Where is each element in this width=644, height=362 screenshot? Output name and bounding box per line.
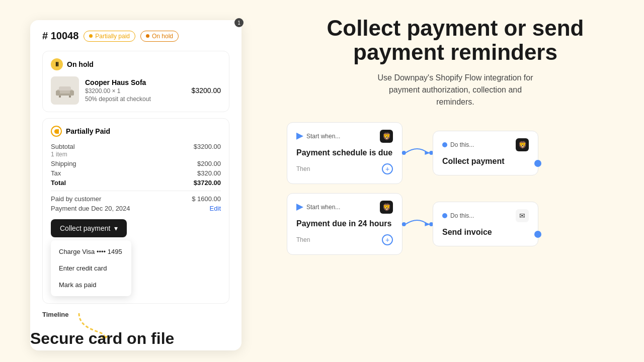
partial-paid-section: Partially Paid Subtotal 1 item $3200.00 …	[42, 118, 229, 304]
collect-payment-dropdown: Charge Visa •••• 1495 Enter credit card …	[51, 240, 131, 296]
flow-trigger-card-2: Start when... 🦁 Payment due in 24 hours …	[287, 193, 403, 255]
flow-card-header-2: Start when... 🦁	[296, 201, 393, 214]
badge-on-hold: On hold	[140, 31, 179, 42]
flow-row-2: Start when... 🦁 Payment due in 24 hours …	[287, 193, 624, 255]
do-this-label-1: Do this...	[442, 141, 474, 148]
divider	[51, 191, 221, 191]
flow-trigger-title-1: Payment schedule is due	[296, 148, 393, 157]
product-detail-deposit: 50% deposit at checkout	[85, 96, 186, 103]
tax-row: Tax $320.00	[51, 169, 221, 177]
flow-card-footer-1: Then +	[296, 163, 393, 174]
total-value: $3720.00	[194, 179, 221, 187]
flow-connector-1	[403, 143, 433, 163]
svg-rect-6	[59, 86, 71, 90]
svg-rect-5	[69, 96, 71, 98]
partial-paid-icon	[51, 126, 62, 137]
product-detail-qty: $3200.00 × 1	[85, 87, 186, 95]
timeline-label: Timeline	[42, 311, 69, 318]
flow-card-header-1: Start when... 🦁	[296, 130, 393, 143]
add-step-button-2[interactable]: +	[382, 234, 393, 245]
svg-rect-4	[59, 96, 61, 98]
end-dot-1	[534, 160, 541, 167]
payment-due-row: Payment due Dec 20, 2024 Edit	[51, 205, 221, 212]
connector-arrow-svg-2	[397, 214, 438, 234]
product-name: Cooper Haus Sofa	[85, 78, 186, 86]
tax-label: Tax	[51, 169, 61, 177]
flow-diagrams: Start when... 🦁 Payment schedule is due …	[287, 122, 624, 255]
app-icon-2: 🦁	[380, 201, 393, 214]
on-hold-section: ⏸ On hold 1 Cooper	[42, 51, 229, 112]
product-info: Cooper Haus Sofa $3200.00 × 1 50% deposi…	[85, 78, 186, 103]
secure-card-text: Secure card on file	[30, 329, 174, 348]
paid-by-customer-row: Paid by customer $ 1600.00	[51, 195, 221, 203]
action-app-icon-1: 🦁	[516, 138, 529, 151]
do-this-dot-1	[442, 142, 447, 147]
end-dot-2	[534, 231, 541, 238]
tax-value: $320.00	[197, 169, 221, 177]
do-this-label-2: Do this...	[442, 212, 474, 219]
add-step-button-1[interactable]: +	[382, 163, 393, 174]
partial-half-circle	[54, 129, 59, 134]
charge-visa-option[interactable]: Charge Visa •••• 1495	[51, 243, 131, 260]
total-label: Total	[51, 179, 66, 187]
on-hold-icon: ⏸	[51, 58, 63, 70]
shipping-row: Shipping $200.00	[51, 160, 221, 167]
subtotal-value: $3200.00	[194, 143, 221, 158]
edit-link[interactable]: Edit	[210, 205, 221, 212]
order-number: # 10048	[42, 30, 78, 42]
payment-due-label: Payment due Dec 20, 2024	[51, 205, 130, 212]
subtotal-label: Subtotal 1 item	[51, 143, 75, 158]
paid-label: Paid by customer	[51, 195, 101, 203]
flow-trigger-card-1: Start when... 🦁 Payment schedule is due …	[287, 122, 403, 184]
flow-row-1: Start when... 🦁 Payment schedule is due …	[287, 122, 624, 184]
connector-arrow-svg-1	[397, 143, 438, 163]
flow-action-card-1: Do this... 🦁 Collect payment	[433, 131, 538, 175]
svg-point-11	[402, 222, 406, 226]
flow-action-header-2: Do this... ✉	[442, 209, 529, 222]
action-app-icon-2: ✉	[516, 209, 529, 222]
order-card: # 10048 Partially paid On hold ⏸ On hold	[30, 20, 242, 350]
on-hold-dot	[146, 34, 149, 38]
left-panel: # 10048 Partially paid On hold ⏸ On hold	[0, 0, 272, 362]
partially-paid-dot	[89, 34, 93, 38]
on-hold-title: ⏸ On hold	[51, 58, 221, 70]
shipping-label: Shipping	[51, 160, 76, 167]
do-this-dot-2	[442, 213, 447, 218]
shipping-value: $200.00	[197, 160, 221, 167]
svg-rect-3	[58, 94, 72, 96]
chevron-down-icon: ▾	[114, 224, 118, 232]
order-header: # 10048 Partially paid On hold	[42, 30, 229, 42]
flow-connector-2	[403, 214, 433, 234]
product-price: $3200.00	[192, 86, 221, 95]
trigger-play-icon-1	[296, 133, 303, 140]
product-quantity-badge: 1	[234, 18, 244, 27]
partial-paid-title: Partially Paid	[51, 126, 221, 137]
main-subheadline: Use Downpay's Shopify Flow integration f…	[287, 72, 624, 108]
flow-action-title-1: Collect payment	[442, 156, 529, 166]
sofa-icon	[55, 82, 75, 99]
total-row: Total $3720.00	[51, 179, 221, 187]
enter-credit-card-option[interactable]: Enter credit card	[51, 260, 131, 277]
flow-action-title-2: Send invoice	[442, 227, 529, 237]
app-icon-1: 🦁	[380, 130, 393, 143]
product-row: 1 Cooper Haus Sofa $3200.00 × 1 50% depo…	[51, 76, 221, 105]
main-headline: Collect payment or send payment reminder…	[287, 16, 624, 65]
paid-value: $ 1600.00	[192, 195, 221, 203]
then-label-1: Then	[296, 165, 310, 172]
right-panel: Collect payment or send payment reminder…	[272, 0, 644, 362]
flow-card-footer-2: Then +	[296, 234, 393, 245]
start-when-label-2: Start when...	[296, 204, 340, 211]
trigger-play-icon-2	[296, 204, 303, 211]
badge-partially-paid: Partially paid	[84, 31, 135, 42]
start-when-label-1: Start when...	[296, 133, 340, 140]
flow-action-header-1: Do this... 🦁	[442, 138, 529, 151]
collect-payment-button[interactable]: Collect payment ▾	[51, 219, 127, 237]
product-image: 1	[51, 76, 79, 105]
then-label-2: Then	[296, 236, 310, 243]
flow-action-card-2: Do this... ✉ Send invoice	[433, 202, 538, 246]
flow-trigger-title-2: Payment due in 24 hours	[296, 219, 393, 228]
svg-point-8	[402, 151, 406, 155]
mark-as-paid-option[interactable]: Mark as paid	[51, 277, 131, 293]
subtotal-row: Subtotal 1 item $3200.00	[51, 143, 221, 158]
